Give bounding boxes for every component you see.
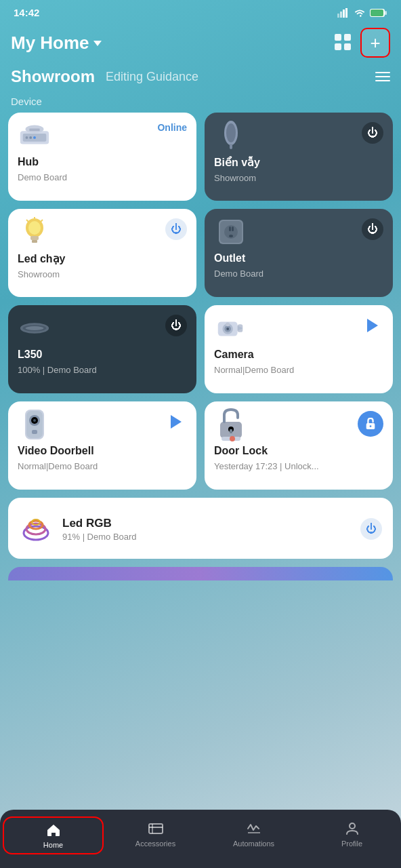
automations-nav-label: Automations	[233, 840, 274, 848]
nav-item-accessories[interactable]: Accessories	[106, 816, 205, 854]
card-top-door-lock	[214, 411, 383, 438]
outlet-subtitle: Demo Board	[214, 269, 383, 279]
svg-rect-5	[371, 9, 383, 16]
svg-rect-1	[340, 12, 342, 18]
add-device-button[interactable]: +	[360, 28, 390, 58]
device-card-l350[interactable]: ⏻ L350 100% | Demo Board	[8, 305, 196, 393]
home-nav-label: Home	[43, 841, 63, 849]
grid-icon	[333, 33, 352, 52]
automations-icon	[246, 821, 262, 837]
svg-point-40	[226, 328, 229, 330]
nav-item-automations[interactable]: Automations	[205, 816, 303, 854]
svg-rect-14	[29, 128, 39, 131]
nav-item-profile[interactable]: Profile	[303, 816, 401, 854]
device-card-led-chay[interactable]: ⏻ Led chạy Showroom	[8, 209, 196, 297]
profile-icon	[344, 821, 360, 837]
svg-point-33	[229, 235, 233, 237]
video-doorbell-icon	[18, 411, 51, 438]
wifi-icon	[354, 8, 366, 18]
power-icon: ⏻	[367, 223, 378, 235]
outlet-power-btn[interactable]: ⏻	[362, 218, 383, 240]
svg-rect-2	[343, 9, 345, 18]
hub-title: Hub	[18, 156, 187, 168]
led-chay-power-btn[interactable]: ⏻	[165, 218, 187, 240]
door-lock-subtitle: Yesterday 17:23 | Unlock...	[214, 461, 383, 471]
svg-rect-3	[345, 8, 347, 18]
bien-vay-power-btn[interactable]: ⏻	[362, 122, 383, 144]
svg-rect-49	[32, 430, 37, 434]
hub-icon	[18, 122, 51, 149]
menu-button[interactable]	[375, 72, 390, 81]
led-chay-title: Led chạy	[18, 252, 187, 265]
nav-item-home[interactable]: Home	[3, 816, 104, 854]
device-card-hub[interactable]: Online Hub Demo Board	[8, 113, 196, 201]
power-icon: ⏻	[366, 523, 377, 535]
card-top-led-chay: ⏻	[18, 218, 187, 245]
doorbell-title: Video Doorbell	[18, 445, 187, 457]
device-card-outlet[interactable]: ⏻ Outlet Demo Board	[205, 209, 393, 297]
device-card-led-rgb[interactable]: Led RGB 91% | Demo Board ⏻	[8, 498, 393, 559]
card-top-l350: ⏻	[18, 315, 187, 342]
device-card-video-doorbell[interactable]: Video Doorbell Normal|Demo Board	[8, 401, 196, 490]
power-icon: ⏻	[367, 127, 378, 139]
device-section-label: Device	[0, 92, 401, 113]
device-card-door-lock[interactable]: Door Lock Yesterday 17:23 | Unlock...	[205, 401, 393, 490]
svg-rect-61	[149, 824, 163, 833]
card-top-hub: Online	[18, 122, 187, 149]
door-lock-unlock-btn[interactable]	[358, 411, 383, 437]
svg-point-19	[226, 123, 236, 142]
svg-point-54	[230, 436, 235, 441]
doorbell-subtitle: Normal|Demo Board	[18, 461, 187, 471]
bien-vay-icon	[214, 122, 248, 149]
led-rgb-icon	[19, 514, 53, 544]
status-bar: 14:42	[0, 0, 401, 22]
svg-rect-7	[335, 34, 341, 41]
device-card-bien-vay[interactable]: ⏻ Biển vẫy Showroom	[205, 113, 393, 201]
outlet-icon	[214, 218, 248, 245]
bottom-navigation: Home Accessories Automations Profile	[0, 810, 401, 868]
camera-title: Camera	[214, 349, 383, 361]
home-name: My Home	[11, 33, 89, 54]
add-icon: +	[370, 33, 380, 54]
card-top-video-doorbell	[18, 411, 187, 438]
tab-showroom[interactable]: Showroom	[11, 67, 95, 86]
grid-view-button[interactable]	[331, 30, 355, 56]
svg-point-36	[26, 326, 44, 330]
signal-icon	[337, 8, 350, 18]
svg-rect-10	[344, 43, 351, 50]
door-lock-icon	[214, 411, 248, 438]
led-rgb-subtitle: 91% | Demo Board	[62, 532, 351, 542]
battery-icon	[370, 8, 387, 18]
svg-point-22	[28, 221, 41, 235]
bien-vay-subtitle: Showroom	[214, 173, 383, 183]
camera-play-btn[interactable]	[362, 315, 383, 336]
home-icon	[45, 822, 62, 838]
svg-rect-31	[229, 226, 231, 231]
svg-rect-20	[230, 144, 232, 149]
device-card-camera[interactable]: Camera Normal|Demo Board	[205, 305, 393, 393]
svg-point-56	[370, 425, 372, 427]
l350-power-btn[interactable]: ⏻	[165, 315, 187, 336]
l350-subtitle: 100% | Demo Board	[18, 365, 187, 375]
door-lock-title: Door Lock	[214, 445, 383, 457]
card-top-outlet: ⏻	[214, 218, 383, 245]
led-chay-subtitle: Showroom	[18, 269, 187, 279]
svg-rect-24	[32, 240, 37, 243]
partial-card	[8, 567, 393, 580]
status-icons	[337, 8, 387, 18]
led-rgb-power-btn[interactable]: ⏻	[360, 518, 382, 540]
tabs-row: Showroom Editing Guidance	[0, 64, 401, 92]
led-rgb-text: Led RGB 91% | Demo Board	[62, 517, 351, 542]
tab-editing[interactable]: Editing Guidance	[106, 70, 375, 84]
chevron-down-icon	[93, 41, 102, 46]
device-grid: Online Hub Demo Board ⏻ Biển vẫy Showroo…	[0, 113, 401, 498]
home-title-area[interactable]: My Home	[11, 33, 102, 54]
header: My Home +	[0, 22, 401, 64]
camera-subtitle: Normal|Demo Board	[214, 365, 383, 375]
svg-point-16	[29, 136, 32, 139]
svg-rect-8	[344, 34, 351, 41]
svg-line-26	[41, 220, 43, 222]
bien-vay-title: Biển vẫy	[214, 156, 383, 169]
doorbell-play-btn[interactable]	[165, 411, 187, 433]
profile-nav-label: Profile	[341, 840, 362, 848]
